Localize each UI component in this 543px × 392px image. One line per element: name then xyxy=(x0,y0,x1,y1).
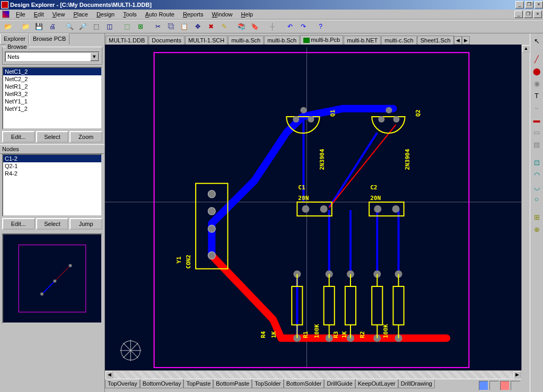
tb-cut-icon[interactable]: ✂ xyxy=(152,21,164,32)
tb-zoomregion-icon[interactable]: ⬚ xyxy=(90,21,102,32)
rect-icon[interactable]: ▭ xyxy=(531,127,542,137)
dimension-icon[interactable]: ↔ xyxy=(531,102,542,113)
status-icon[interactable] xyxy=(489,381,499,390)
tb-select-icon[interactable]: ⬚ xyxy=(121,21,133,32)
layer-tab[interactable]: BottomOverlay xyxy=(140,379,184,388)
menu-tools[interactable]: Tools xyxy=(119,10,141,19)
nets-list[interactable]: NetC1_2 NetC2_2 NetR1_2 NetR3_2 NetY1_1 … xyxy=(2,67,102,129)
tb-browse-icon[interactable]: 🔖 xyxy=(249,21,261,32)
array-icon[interactable]: ⊞ xyxy=(531,212,542,222)
status-icon[interactable] xyxy=(500,381,510,390)
list-item[interactable]: NetC2_2 xyxy=(3,75,101,83)
menu-edit[interactable]: Edit xyxy=(30,10,48,19)
restore-button[interactable]: ❐ xyxy=(525,1,533,8)
layer-tab[interactable]: TopSolder xyxy=(252,379,284,388)
list-item[interactable]: NetR3_2 xyxy=(3,90,101,98)
scroll-right-icon[interactable]: ▶ xyxy=(513,371,521,379)
close-button[interactable]: × xyxy=(535,1,543,8)
tb-deselect-icon[interactable]: ⊠ xyxy=(134,21,146,32)
component-icon[interactable]: ⊡ xyxy=(531,157,542,168)
doc-restore-button[interactable]: ❐ xyxy=(524,11,532,18)
tb-grid-icon[interactable]: ┼ xyxy=(266,21,278,32)
nodes-list[interactable]: C1-2 Q2-1 R4-2 xyxy=(2,154,102,216)
app-menu-icon[interactable] xyxy=(2,11,10,18)
layer-tab[interactable]: TopOverlay xyxy=(105,379,140,388)
tb-lib-icon[interactable]: 📚 xyxy=(235,21,248,32)
scroll-up-icon[interactable]: ▲ xyxy=(522,45,530,53)
status-icon[interactable] xyxy=(511,381,520,390)
list-item[interactable]: R4-2 xyxy=(3,170,101,177)
circle-icon[interactable]: ○ xyxy=(531,194,542,204)
track-icon[interactable]: ╱ xyxy=(531,54,542,64)
nets-select-button[interactable]: Select xyxy=(36,131,69,143)
minimap[interactable] xyxy=(2,233,102,324)
poly-icon[interactable]: ▨ xyxy=(531,139,542,150)
tb-zoomfit-icon[interactable]: ◫ xyxy=(103,21,116,32)
nets-zoom-button[interactable]: Zoom xyxy=(69,131,102,143)
tab-scroll-left-icon[interactable]: ◀ xyxy=(454,36,462,45)
tb-redo-icon[interactable]: ↷ xyxy=(297,21,309,32)
cursor-icon[interactable]: ↖ xyxy=(531,36,542,46)
list-item[interactable]: NetR1_2 xyxy=(3,83,101,90)
doc-tab[interactable]: Documents xyxy=(148,36,185,45)
layer-tab[interactable]: KeepOutLayer xyxy=(355,379,398,388)
origin-icon[interactable]: ⊕ xyxy=(531,224,542,234)
list-item[interactable]: NetC1_2 xyxy=(3,68,101,75)
layer-tab[interactable]: BottomSolder xyxy=(284,379,325,388)
doc-tab[interactable]: multi-a.Sch xyxy=(228,36,264,45)
tb-folder-icon[interactable]: 📁 xyxy=(20,21,32,32)
nodes-jump-button[interactable]: Jump xyxy=(69,218,102,230)
fill-icon[interactable]: ▬ xyxy=(531,115,542,125)
menu-design[interactable]: Design xyxy=(92,10,119,19)
menu-autoroute[interactable]: Auto Route xyxy=(141,10,179,19)
doc-minimize-button[interactable]: _ xyxy=(514,11,523,18)
tb-clear-icon[interactable]: ✖ xyxy=(205,21,217,32)
pcb-canvas[interactable]: Y1 CON2 Q1 2N3904 Q2 2N3904 xyxy=(105,45,521,370)
layer-tab[interactable]: TopPaste xyxy=(183,379,213,388)
tab-explorer[interactable]: Explorer xyxy=(0,33,29,45)
text-icon[interactable]: T xyxy=(531,90,542,101)
doc-tab[interactable]: Sheet1.Sch xyxy=(417,36,454,45)
minimize-button[interactable]: _ xyxy=(515,1,524,8)
list-item[interactable]: NetY1_1 xyxy=(3,98,101,105)
layer-tab[interactable]: BottomPaste xyxy=(213,379,252,388)
arc-icon[interactable]: ◠ xyxy=(531,169,542,180)
via-icon[interactable]: ◉ xyxy=(531,78,542,89)
layer-tab[interactable]: DrillDrawing xyxy=(398,379,435,388)
list-item[interactable]: C1-2 xyxy=(3,155,101,162)
tb-open-icon[interactable]: 📂 xyxy=(2,21,14,32)
tb-zoomin-icon[interactable]: 🔍 xyxy=(64,21,76,32)
tb-undo-icon[interactable]: ↶ xyxy=(284,21,296,32)
status-icon[interactable] xyxy=(479,381,488,390)
tb-move-icon[interactable]: ✥ xyxy=(191,21,204,32)
tb-save-icon[interactable]: 💾 xyxy=(33,21,45,32)
browse-combo[interactable]: Nets ▾ xyxy=(5,51,100,62)
vertical-scrollbar[interactable]: ▲ xyxy=(521,45,530,370)
doc-tab[interactable]: MULTI-1.SCH xyxy=(185,36,227,45)
horizontal-scrollbar[interactable]: ◀ ▶ xyxy=(105,370,521,379)
layer-tab[interactable]: DrillGuide xyxy=(324,379,355,388)
doc-tab[interactable]: MULTI-1.DDB xyxy=(106,36,148,45)
tab-browse-pcb[interactable]: Browse PCB xyxy=(29,33,69,45)
menu-reports[interactable]: Reports xyxy=(179,10,208,19)
doc-tab[interactable]: multi-b.Sch xyxy=(264,36,300,45)
menu-place[interactable]: Place xyxy=(69,10,92,19)
menu-window[interactable]: Window xyxy=(207,10,237,19)
tb-help-icon[interactable]: ? xyxy=(314,21,327,32)
list-item[interactable]: NetY1_2 xyxy=(3,105,101,112)
arc2-icon[interactable]: ◡ xyxy=(531,181,542,192)
menu-view[interactable]: View xyxy=(48,10,69,19)
scroll-left-icon[interactable]: ◀ xyxy=(106,371,113,379)
tab-scroll-right-icon[interactable]: ▶ xyxy=(462,36,470,45)
menu-file[interactable]: File xyxy=(12,10,30,19)
tb-edit-icon[interactable]: ✎ xyxy=(218,21,230,32)
doc-tab[interactable]: multi-b.NET xyxy=(344,36,381,45)
pad-icon[interactable]: ⬤ xyxy=(531,66,542,76)
tb-copy-icon[interactable]: ⿻ xyxy=(165,21,177,32)
list-item[interactable]: Q2-1 xyxy=(3,162,101,170)
tb-print-icon[interactable]: 🖨 xyxy=(46,21,58,32)
nodes-select-button[interactable]: Select xyxy=(36,218,69,230)
doc-close-button[interactable]: × xyxy=(533,11,542,18)
nodes-edit-button[interactable]: Edit... xyxy=(2,218,35,230)
chevron-down-icon[interactable]: ▾ xyxy=(90,53,99,61)
